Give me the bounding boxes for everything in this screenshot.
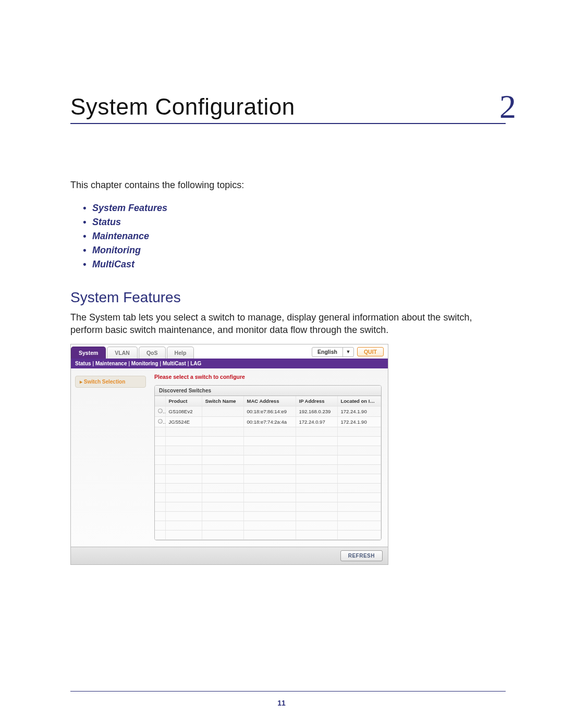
topic-list: System Features Status Maintenance Monit… [83,201,506,272]
section-body: The System tab lets you select a switch … [70,311,506,337]
app-body: ▸ Switch Selection Please select a switc… [71,368,388,547]
subnav-item[interactable]: Status [75,361,91,366]
page-number: 11 [0,699,563,707]
app-footer: REFRESH [71,547,388,564]
chapter-number: 2 [499,88,516,126]
discovered-table: Product Switch Name MAC Address IP Addre… [155,396,381,540]
sidebar-item-switch-selection[interactable]: ▸ Switch Selection [75,376,146,388]
topic-link[interactable]: Maintenance [83,229,506,243]
cell-ip: 192.168.0.239 [296,406,337,416]
chevron-down-icon: ▼ [342,348,353,356]
table-row-empty [155,502,381,511]
language-select[interactable]: English ▼ [312,347,354,357]
col-product: Product [165,396,202,406]
topbar-right: English ▼ QUIT [312,347,384,357]
table-row-empty [155,427,381,436]
cell-mac: 00:18:e7:74:2a:4a [243,416,296,427]
subnav-item[interactable]: Monitoring [131,361,158,366]
footer-rule [70,691,506,692]
sub-nav: Status | Maintenance | Monitoring | Mult… [71,359,388,368]
table-row-empty [155,446,381,455]
intro-text: This chapter contains the following topi… [70,179,506,192]
refresh-button[interactable]: REFRESH [340,550,383,561]
cell-switch-name [202,406,243,416]
section-heading: System Features [70,289,506,306]
cell-mac: 00:18:e7:86:14:e9 [243,406,296,416]
table-row[interactable]: JGS524E00:18:e7:74:2a:4a172.24.0.97172.2… [155,416,381,427]
subnav-item[interactable]: LAG [190,361,201,366]
app-topbar: System VLAN QoS Help English ▼ QUIT [71,344,388,359]
row-radio[interactable] [155,406,165,416]
table-row-empty [155,436,381,446]
row-radio[interactable] [155,416,165,427]
table-row-empty [155,530,381,539]
sidebar-item-label: Switch Selection [84,379,125,385]
table-row-empty [155,474,381,483]
col-ip: IP Address [296,396,337,406]
sidebar: ▸ Switch Selection [71,368,149,547]
radio-icon [158,419,163,424]
app-window: System VLAN QoS Help English ▼ QUIT Stat… [70,344,388,565]
topic-link[interactable]: System Features [83,201,506,215]
table-row-empty [155,483,381,492]
table-row[interactable]: GS108Ev200:18:e7:86:14:e9192.168.0.23917… [155,406,381,416]
subnav-item[interactable]: Maintenance [95,361,127,366]
col-switch-name: Switch Name [202,396,243,406]
table-header-row: Product Switch Name MAC Address IP Addre… [155,396,381,406]
topic-link[interactable]: MultiCast [83,257,506,272]
prompt-text: Please select a switch to configure [154,374,382,380]
table-row-empty [155,511,381,521]
main-pane: Please select a switch to configure Disc… [149,368,388,547]
chapter-title: System Configuration [70,94,506,120]
cell-ip: 172.24.0.97 [296,416,337,427]
panel-title: Discovered Switches [155,386,381,396]
subnav-item[interactable]: MultiCast [163,361,186,366]
cell-net: 172.24.1.90 [337,416,381,427]
page: System Configuration 2 This chapter cont… [0,0,563,728]
tab-strip: System VLAN QoS Help [71,347,195,359]
cell-net: 172.24.1.90 [337,406,381,416]
col-net: Located on IP Network [337,396,381,406]
cell-product: GS108Ev2 [165,406,202,416]
topic-link[interactable]: Monitoring [83,243,506,257]
tab-vlan[interactable]: VLAN [107,347,138,359]
cell-switch-name [202,416,243,427]
discovered-panel: Discovered Switches Product Switch Name … [154,385,382,540]
col-mac: MAC Address [243,396,296,406]
quit-button[interactable]: QUIT [357,347,384,356]
table-row-empty [155,455,381,464]
table-row-empty [155,492,381,502]
table-row-empty [155,521,381,530]
language-value: English [312,348,342,356]
chapter-header: System Configuration 2 [70,94,506,124]
tab-system[interactable]: System [71,347,106,359]
table-row-empty [155,464,381,474]
topic-link[interactable]: Status [83,215,506,229]
tab-qos[interactable]: QoS [139,347,166,359]
tab-help[interactable]: Help [167,347,194,359]
cell-product: JGS524E [165,416,202,427]
radio-icon [158,409,163,413]
